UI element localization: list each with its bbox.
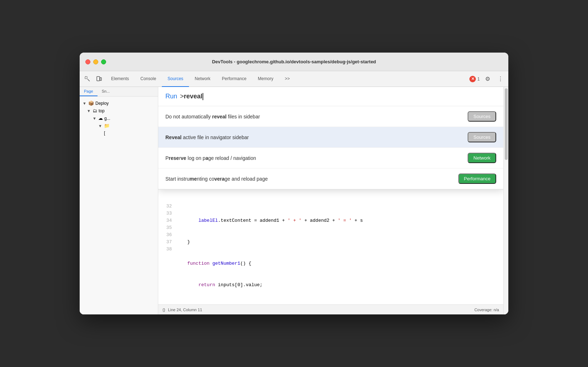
error-badge[interactable]: ✕ 1 [469,76,480,82]
chevron-down-icon: ▼ [83,101,87,106]
line-num-33: 33 [163,210,172,217]
cloud-icon: ☁ [98,116,103,121]
status-bar-left: {} Line 24, Column 11 [163,308,202,312]
error-count: 1 [477,77,480,82]
settings-icon[interactable]: ⚙ [483,74,493,84]
left-sidebar: Page Sn... ▼ 📦 Deploy ▼ 🗂 top ▼ [80,87,158,314]
sidebar-tab-snippets[interactable]: Sn... [98,87,114,96]
tab-sources[interactable]: Sources [162,71,189,87]
highlight-rese: rese [169,155,179,161]
device-toggle-icon[interactable] [94,74,104,84]
chevron-down-icon: ▼ [93,116,97,121]
command-result-3[interactable]: Preserve log on page reload / navigation… [158,148,503,168]
line-num-32: 32 [163,203,172,210]
cursor-position: Line 24, Column 11 [168,308,202,312]
highlight-me: me [190,176,197,182]
cursor [203,93,203,100]
tree-label-top: top [99,108,105,113]
scrollbar-thumb[interactable] [505,88,508,160]
command-run-label: Run [165,93,177,100]
highlight-a: a [205,155,208,161]
main-tab-bar: Elements Console Sources Network Perform… [105,71,295,87]
result-text-3: Preserve log on page reload / navigation [165,155,256,161]
command-input-row: Run >reveal [158,87,503,106]
svg-rect-0 [85,77,87,79]
tree-item-deploy[interactable]: ▼ 📦 Deploy [80,99,158,107]
tree-label-deploy: Deploy [95,101,109,106]
result-text-4: Start instrumenting coverage and reload … [165,176,268,182]
result-badge-performance[interactable]: Performance [458,173,496,184]
status-bar: {} Line 24, Column 11 Coverage: n/a [158,304,503,314]
line-num-38: 38 [163,246,172,253]
command-result-2[interactable]: Reveal active file in navigator sidebar … [158,127,503,148]
line-num-37: 37 [163,239,172,246]
command-input-display[interactable]: >reveal [180,93,203,100]
folder-blue-icon: 📁 [104,123,110,128]
sidebar-tab-page[interactable]: Page [80,87,98,96]
minimize-button[interactable] [93,59,98,64]
code-line-33: } [176,239,503,246]
line-num-35: 35 [163,224,172,231]
devtools-body: Elements Console Sources Network Perform… [80,71,508,314]
tab-network[interactable]: Network [189,71,216,87]
svg-rect-1 [97,77,100,81]
result-badge-network[interactable]: Network [468,153,496,163]
svg-rect-2 [100,78,101,80]
code-line-35: return inputs[0].value; [176,282,503,289]
more-icon[interactable]: ⋮ [495,74,505,84]
tree-item-top[interactable]: ▼ 🗂 top [80,107,158,114]
code-editor[interactable]: 32 33 34 35 36 37 38 labelEl.textContent… [158,201,503,304]
result-badge-sources-2[interactable]: Sources [468,132,496,142]
center-content: Run >reveal Do not automatically reveal … [158,87,503,314]
toolbar-right: ✕ 1 ⚙ ⋮ [469,74,505,84]
tab-more[interactable]: >> [279,71,295,87]
devtools-window: DevTools - googlechrome.github.io/devtoo… [80,53,508,314]
folder-icon: 🗂 [93,108,97,113]
highlight-vera: vera [214,176,225,182]
status-bar-right: Coverage: n/a [474,308,499,312]
right-scrollbar[interactable] [503,87,508,314]
line-num-36: 36 [163,231,172,239]
error-x: ✕ [471,77,474,81]
error-icon: ✕ [469,76,476,82]
command-bold-text: reveal [184,93,203,100]
tab-memory[interactable]: Memory [252,71,279,87]
format-icon[interactable]: {} [163,308,165,312]
chevron-down-icon: ▼ [87,109,91,113]
tab-console[interactable]: Console [135,71,162,87]
command-result-4[interactable]: Start instrumenting coverage and reload … [158,168,503,189]
maximize-button[interactable] [101,59,106,64]
code-line-32: labelEl.textContent = addend1 + ' + ' + … [176,217,503,224]
inspect-icon[interactable] [83,74,93,84]
code-content: 32 33 34 35 36 37 38 labelEl.textContent… [158,201,503,304]
tab-performance[interactable]: Performance [216,71,252,87]
code-text: labelEl.textContent = addend1 + ' + ' + … [176,203,503,304]
tree-label-g: g... [104,116,110,121]
top-toolbar: Elements Console Sources Network Perform… [80,71,508,87]
sidebar-tab-bar: Page Sn... [80,87,158,97]
tree-item-bracket[interactable]: [ [80,129,158,137]
chevron-down-icon: ▼ [98,124,103,128]
code-line-34: function getNumber1() { [176,260,503,267]
main-content: Page Sn... ▼ 📦 Deploy ▼ 🗂 top ▼ [80,87,508,314]
tree-item-folder[interactable]: ▼ 📁 [80,122,158,129]
result-badge-sources-1[interactable]: Sources [468,111,496,122]
highlight-reveal-1: reveal [212,114,226,119]
traffic-lights [85,59,106,64]
command-palette: Run >reveal Do not automatically reveal … [158,87,503,190]
command-result-1[interactable]: Do not automatically reveal files in sid… [158,106,503,127]
close-button[interactable] [85,59,90,64]
tree-label-bracket: [ [104,131,105,136]
command-results: Do not automatically reveal files in sid… [158,106,503,189]
coverage-label: Coverage: n/a [474,308,499,312]
sidebar-tree: ▼ 📦 Deploy ▼ 🗂 top ▼ ☁ g... [80,97,158,314]
highlight-reveal-2: Reveal [165,134,181,140]
tree-item-g[interactable]: ▼ ☁ g... [80,114,158,122]
title-bar: DevTools - googlechrome.github.io/devtoo… [80,53,508,71]
result-text-2: Reveal active file in navigator sidebar [165,134,249,140]
tab-elements[interactable]: Elements [105,71,135,87]
deploy-icon: 📦 [88,101,94,106]
result-text-1: Do not automatically reveal files in sid… [165,114,260,119]
window-title: DevTools - googlechrome.github.io/devtoo… [212,59,376,64]
highlight-ve: ve [181,155,186,161]
